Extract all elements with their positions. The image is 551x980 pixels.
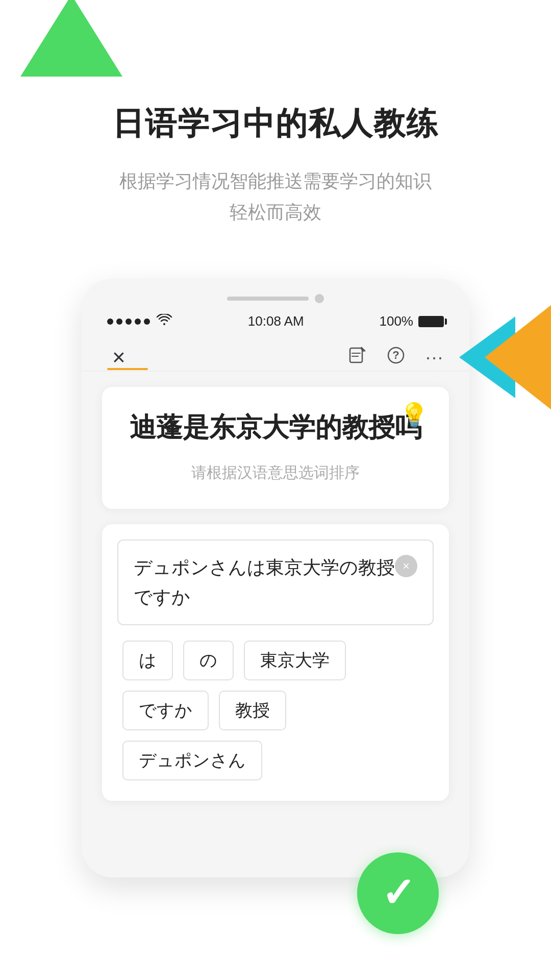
- signal-dot: [116, 318, 122, 325]
- word-chip-university[interactable]: 東京大学: [244, 641, 346, 680]
- answer-text: デュポンさんは東京大学の教授ですか: [134, 553, 395, 611]
- chip-label: 教授: [235, 700, 270, 720]
- chip-label: ですか: [139, 700, 192, 720]
- bottom-spacer: [82, 816, 469, 857]
- check-button[interactable]: ✓: [357, 852, 439, 934]
- status-left: [107, 314, 172, 329]
- phone-notch: [82, 294, 469, 303]
- subtitle: 根据学习情况智能推送需要学习的知识 轻松而高效: [0, 165, 551, 228]
- signal-dot: [135, 318, 141, 325]
- status-right: 100%: [379, 313, 444, 329]
- clear-button[interactable]: ×: [395, 555, 417, 577]
- close-button[interactable]: ×: [107, 345, 131, 370]
- answer-input-box[interactable]: デュポンさんは東京大学の教授ですか ×: [117, 540, 434, 625]
- nav-indicator: [107, 368, 148, 370]
- status-bar: 10:08 AM 100%: [82, 308, 469, 334]
- subtitle-line1: 根据学习情况智能推送需要学习的知识: [119, 170, 432, 191]
- question-instruction: 请根据汉语意思选词排序: [128, 462, 423, 483]
- word-chips-container: は の 東京大学 ですか 教授 デュポンさん: [117, 641, 434, 780]
- word-chip-kyoju[interactable]: 教授: [219, 691, 286, 730]
- subtitle-line2: 轻松而高效: [230, 202, 321, 223]
- signal-dots: [107, 318, 150, 325]
- svg-text:?: ?: [392, 349, 399, 361]
- more-icon[interactable]: ···: [425, 347, 444, 368]
- word-chip-dupon[interactable]: デュポンさん: [122, 741, 262, 780]
- nav-right-icons: ? ···: [348, 346, 444, 369]
- word-chip-no[interactable]: の: [183, 641, 234, 680]
- battery-percent: 100%: [379, 313, 413, 329]
- battery-icon: [418, 316, 444, 327]
- chip-label: デュポンさん: [139, 750, 246, 770]
- notch-pill: [227, 297, 309, 301]
- hint-bulb-icon[interactable]: 💡: [399, 401, 429, 429]
- answer-area: デュポンさんは東京大学の教授ですか × は の 東京大学 ですか 教授 デ: [102, 524, 449, 800]
- phone-mockup: 10:08 AM 100% ×: [82, 279, 469, 877]
- app-navbar: × ? ···: [82, 334, 469, 372]
- signal-dot: [107, 318, 113, 325]
- status-time: 10:08 AM: [248, 313, 304, 329]
- notes-icon[interactable]: [348, 346, 366, 369]
- svg-rect-1: [350, 348, 362, 362]
- signal-dot: [126, 318, 132, 325]
- help-icon[interactable]: ?: [387, 346, 405, 369]
- word-chip-desuka[interactable]: ですか: [122, 691, 209, 730]
- signal-dot: [144, 318, 150, 325]
- chip-label: の: [199, 650, 217, 670]
- check-icon: ✓: [381, 873, 415, 914]
- main-title: 日语学习中的私人教练: [0, 102, 551, 145]
- chip-label: 東京大学: [260, 650, 330, 670]
- chip-label: は: [139, 650, 157, 670]
- notch-dot: [315, 294, 324, 303]
- clear-icon: ×: [403, 556, 410, 576]
- question-text: 迪蓬是东京大学的教授吗: [128, 407, 423, 447]
- wifi-icon: [156, 314, 172, 329]
- word-chip-ha[interactable]: は: [122, 641, 173, 680]
- question-card: 💡 迪蓬是东京大学的教授吗 请根据汉语意思选词排序: [102, 387, 449, 509]
- header-section: 日语学习中的私人教练 根据学习情况智能推送需要学习的知识 轻松而高效: [0, 0, 551, 258]
